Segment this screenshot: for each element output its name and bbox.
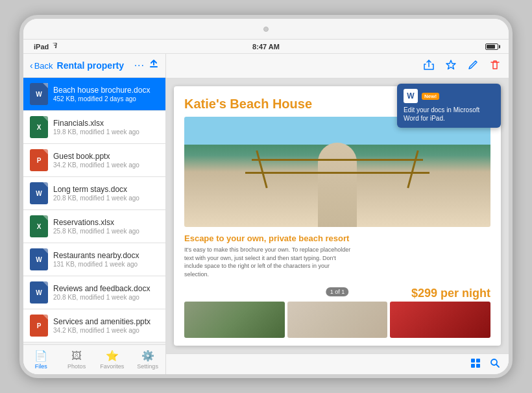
file-name: Long term stays.docx — [53, 185, 159, 194]
list-item[interactable]: W Beach house brochure.docx 452 KB, modi… — [23, 78, 165, 111]
beach-path-shape — [318, 143, 357, 227]
file-name: Restaurants nearby.docx — [53, 251, 159, 260]
folder-title: Rental property — [57, 60, 130, 71]
file-type-icon: W — [30, 83, 48, 105]
fence-rail2-shape — [245, 172, 429, 174]
file-name: Reviews and feedback.docx — [53, 284, 159, 293]
search-button[interactable] — [489, 357, 501, 372]
device-bezel-top — [23, 19, 509, 40]
share-button[interactable] — [423, 59, 435, 73]
file-info: Financials.xlsx 19.8 KB, modified 1 week… — [53, 119, 159, 136]
file-info: Beach house brochure.docx 452 KB, modifi… — [53, 86, 159, 102]
doc-body-text: It's easy to make this brochure your own… — [184, 246, 353, 278]
status-right — [485, 43, 498, 50]
sidebar-footer: 📄 Files 🖼 Photos ⭐ Favorites ⚙️ Settings — [23, 344, 165, 374]
photos-tab-label: Photos — [67, 363, 86, 370]
delete-button[interactable] — [489, 59, 501, 73]
thumbnail-1 — [184, 302, 285, 338]
tab-favorites[interactable]: ⭐ Favorites — [95, 345, 130, 374]
file-info: Guest book.pptx 34.2 KB, modified 1 week… — [53, 152, 159, 169]
tooltip-text: Edit your docs in Microsoft Word for iPa… — [404, 106, 494, 123]
file-info: Reservations.xlsx 25.8 KB, modified 1 we… — [53, 218, 159, 235]
list-item[interactable]: P Guest book.pptx 34.2 KB, modified 1 we… — [23, 144, 165, 177]
beach-image — [184, 117, 490, 227]
file-meta: 20.8 KB, modified 1 week ago — [53, 195, 159, 202]
sidebar: ‹ Back Rental property ··· W — [23, 54, 166, 374]
status-left: iPad — [34, 43, 60, 51]
doc-content: W New! Edit your docs in Microsoft Word … — [166, 78, 509, 353]
status-time: 8:47 AM — [252, 43, 280, 51]
favorites-tab-label: Favorites — [100, 363, 124, 370]
grid-view-button[interactable] — [470, 357, 481, 372]
list-item[interactable]: W Restaurants nearby.docx 131 KB, modifi… — [23, 243, 165, 276]
tab-files[interactable]: 📄 Files — [23, 345, 59, 374]
file-list: W Beach house brochure.docx 452 KB, modi… — [23, 78, 165, 344]
list-item[interactable]: X Financials.xlsx 19.8 KB, modified 1 we… — [23, 111, 165, 144]
file-info: Reviews and feedback.docx 20.8 KB, modif… — [53, 284, 159, 301]
file-meta: 34.2 KB, modified 1 week ago — [53, 161, 159, 169]
svg-rect-0 — [150, 66, 158, 67]
fence-rail-shape — [252, 159, 423, 161]
word-logo: W — [404, 89, 418, 103]
file-meta: 452 KB, modified 2 days ago — [53, 95, 159, 102]
tablet-model-label: iPad — [34, 43, 49, 51]
fence-left-shape — [256, 150, 267, 189]
wifi-icon — [51, 43, 60, 51]
file-name: Guest book.pptx — [53, 152, 159, 161]
file-name: Services and amenities.pptx — [53, 317, 159, 326]
device-frame: iPad 8:47 AM ‹ Back — [19, 15, 513, 378]
svg-rect-4 — [471, 364, 475, 368]
edit-button[interactable] — [467, 59, 479, 73]
tab-settings[interactable]: ⚙️ Settings — [130, 345, 165, 374]
star-button[interactable] — [445, 59, 457, 73]
tab-photos[interactable]: 🖼 Photos — [59, 345, 95, 374]
word-tooltip: W New! Edit your docs in Microsoft Word … — [397, 84, 501, 128]
file-type-icon: W — [30, 281, 48, 304]
back-chevron-icon: ‹ — [30, 60, 33, 71]
sidebar-header: ‹ Back Rental property ··· — [23, 54, 165, 78]
doc-price: $299 per night — [411, 287, 490, 300]
upload-button[interactable] — [149, 59, 159, 72]
file-meta: 131 KB, modified 1 week ago — [53, 261, 159, 268]
doc-bottom-bar — [166, 353, 509, 374]
svg-rect-5 — [476, 364, 480, 368]
doc-subtitle: Escape to your own, private beach resort — [184, 233, 490, 243]
settings-tab-icon: ⚙️ — [141, 350, 154, 362]
more-options-button[interactable]: ··· — [134, 60, 145, 71]
file-meta: 19.8 KB, modified 1 week ago — [53, 128, 159, 136]
side-button — [21, 187, 23, 206]
file-name: Beach house brochure.docx — [53, 86, 159, 95]
status-bar: iPad 8:47 AM — [23, 40, 509, 54]
file-type-icon: P — [30, 149, 48, 171]
fence-right-shape — [407, 150, 418, 189]
file-type-icon: P — [30, 315, 48, 337]
doc-thumbnails — [184, 302, 490, 338]
files-tab-label: Files — [35, 363, 47, 370]
file-meta: 34.2 KB, modified 1 week ago — [53, 327, 159, 334]
doc-viewer: W New! Edit your docs in Microsoft Word … — [166, 54, 509, 374]
back-button[interactable]: ‹ Back — [30, 60, 53, 71]
file-info: Restaurants nearby.docx 131 KB, modified… — [53, 251, 159, 268]
file-type-icon: X — [30, 116, 48, 138]
list-item[interactable]: X Reservations.xlsx 25.8 KB, modified 1 … — [23, 210, 165, 243]
list-item[interactable]: W Reviews and feedback.docx 20.8 KB, mod… — [23, 276, 165, 309]
doc-toolbar — [166, 54, 509, 78]
file-type-icon: W — [30, 248, 48, 270]
favorites-tab-icon: ⭐ — [106, 350, 119, 362]
word-tooltip-header: W New! — [404, 89, 494, 103]
svg-rect-2 — [471, 359, 475, 363]
front-camera — [263, 27, 269, 32]
file-info: Long term stays.docx 20.8 KB, modified 1… — [53, 185, 159, 202]
file-meta: 25.8 KB, modified 1 week ago — [53, 228, 159, 235]
files-tab-icon: 📄 — [34, 350, 47, 362]
file-type-icon: X — [30, 215, 48, 237]
svg-rect-3 — [476, 359, 480, 363]
file-name: Financials.xlsx — [53, 119, 159, 128]
list-item[interactable]: P Services and amenities.pptx 34.2 KB, m… — [23, 309, 165, 342]
file-name: Reservations.xlsx — [53, 218, 159, 227]
thumbnail-2 — [287, 302, 388, 338]
back-label: Back — [34, 61, 53, 71]
tooltip-badge: New! — [422, 93, 439, 100]
main-content: ‹ Back Rental property ··· W — [23, 54, 509, 374]
list-item[interactable]: W Long term stays.docx 20.8 KB, modified… — [23, 177, 165, 210]
